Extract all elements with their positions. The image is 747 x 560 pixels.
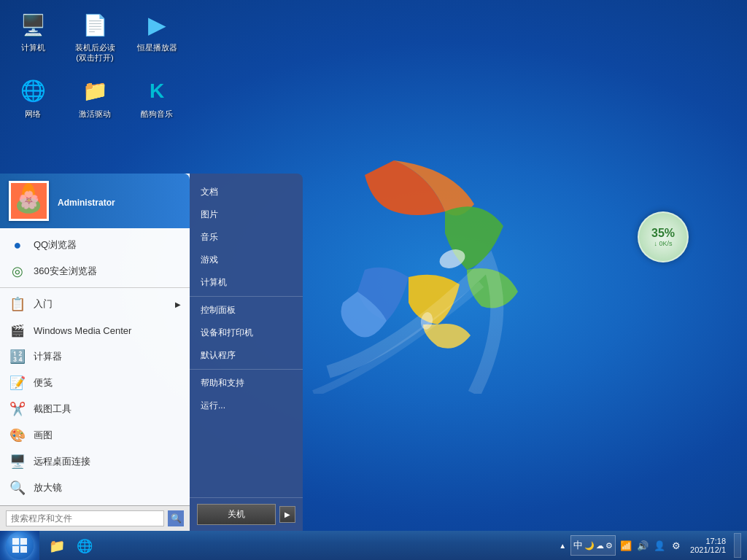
right-item-control-panel[interactable]: 控制面板 [190, 299, 303, 322]
snipping-label: 截图工具 [34, 402, 71, 416]
getting-started-icon: 📋 [9, 295, 26, 313]
activate-label: 激活驱动 [79, 109, 111, 119]
default-programs-label: 默认程序 [201, 349, 236, 362]
desktop-icon-qqmusic[interactable]: K 酷狗音乐 [131, 74, 182, 122]
network-label: 网络 [25, 109, 41, 119]
devices-label: 设备和打印机 [201, 327, 253, 339]
icon-row-1: 🖥️ 计算机 📄 装机后必读(双击打开) ▶ 恒星播放器 [7, 7, 182, 66]
right-item-pictures[interactable]: 图片 [190, 203, 303, 226]
right-item-music[interactable]: 音乐 [190, 226, 303, 249]
calculator-label: 计算器 [34, 350, 62, 363]
right-item-default-programs[interactable]: 默认程序 [190, 344, 303, 367]
control-panel-label: 控制面板 [201, 304, 236, 316]
start-menu-left-panel: 🌸 Administrator ● QQ浏览器 ◎ 360安全浏览器 📋 [0, 174, 190, 531]
activate-icon: 📁 [80, 77, 109, 106]
desktop-icon-computer[interactable]: 🖥️ 计算机 [7, 7, 58, 66]
menu-item-snipping[interactable]: ✂️ 截图工具 [0, 396, 190, 422]
menu-item-paint[interactable]: 🎨 画图 [0, 422, 190, 448]
speed-widget: 35% ↓ 0K/s [638, 211, 689, 262]
snipping-icon: ✂️ [9, 400, 26, 418]
ime-bar[interactable]: 中 🌙 ☁ ⚙ [570, 535, 616, 556]
speed-rate: ↓ 0K/s [654, 240, 672, 247]
tray-network-icon[interactable]: 📶 [619, 538, 633, 553]
right-item-games[interactable]: 游戏 [190, 249, 303, 271]
menu-item-qq-browser[interactable]: ● QQ浏览器 [0, 232, 190, 258]
tray-icons: 📶 🔊 👤 ⚙ [619, 538, 684, 553]
360-browser-icon: ◎ [9, 262, 26, 280]
username-display: Administrator [58, 198, 115, 208]
desktop-icon-hengxing[interactable]: ▶ 恒星播放器 [131, 7, 182, 66]
search-button[interactable]: 🔍 [168, 510, 184, 526]
shutdown-arrow-button[interactable]: ▶ [279, 506, 295, 523]
menu-divider-1 [0, 287, 190, 288]
user-avatar: 🌸 [9, 181, 49, 221]
shutdown-button[interactable]: 关机 [197, 504, 276, 525]
tray-settings-icon[interactable]: ⚙ [669, 538, 684, 553]
right-item-help[interactable]: 帮助和支持 [190, 372, 303, 394]
start-orb [6, 532, 34, 559]
taskbar-item-ie[interactable]: 🌐 [71, 533, 97, 558]
paint-icon: 🎨 [9, 427, 26, 444]
menu-items-list: ● QQ浏览器 ◎ 360安全浏览器 📋 入门 ▶ 🎬 Windows Medi… [0, 228, 190, 505]
tray-user-icon[interactable]: 👤 [652, 538, 667, 553]
menu-search-bar: 🔍 [0, 505, 190, 531]
search-input[interactable] [6, 510, 164, 526]
help-label: 帮助和支持 [201, 377, 244, 389]
clock-time: 17:18 [705, 537, 726, 545]
calculator-icon: 🔢 [9, 348, 26, 365]
svg-text:🌸: 🌸 [18, 190, 39, 210]
qqmusic-icon: K [142, 77, 171, 106]
menu-item-360-browser[interactable]: ◎ 360安全浏览器 [0, 258, 190, 284]
start-button[interactable] [0, 531, 39, 560]
taskbar-item-explorer[interactable]: 📁 [43, 533, 69, 558]
sticky-label: 便笺 [34, 376, 53, 389]
right-item-run[interactable]: 运行... [190, 394, 303, 417]
menu-item-remote[interactable]: 🖥️ 远程桌面连接 [0, 448, 190, 475]
menu-item-sticky[interactable]: 📝 便笺 [0, 370, 190, 396]
games-label: 游戏 [201, 254, 218, 266]
ime-settings-icon: ⚙ [605, 541, 613, 551]
menu-item-getting-started[interactable]: 📋 入门 ▶ [0, 291, 190, 317]
desktop-icon-postinstall[interactable]: 📄 装机后必读(双击打开) [69, 7, 120, 66]
magnifier-label: 放大镜 [34, 481, 62, 494]
speed-percent: 35% [651, 227, 675, 240]
hengxing-label: 恒星播放器 [137, 42, 177, 52]
right-divider-1 [190, 296, 303, 297]
ie-taskbar-icon: 🌐 [77, 538, 91, 553]
qq-browser-label: QQ浏览器 [34, 238, 77, 252]
right-item-documents[interactable]: 文档 [190, 181, 303, 203]
tray-volume-icon[interactable]: 🔊 [635, 538, 650, 553]
menu-item-calculator[interactable]: 🔢 计算器 [0, 343, 190, 370]
qqmusic-label: 酷狗音乐 [141, 109, 173, 119]
show-desktop-button[interactable] [734, 533, 741, 558]
right-item-computer[interactable]: 计算机 [190, 271, 303, 294]
computer-icon: 🖥️ [18, 10, 47, 39]
run-label: 运行... [201, 400, 225, 412]
sticky-icon: 📝 [9, 374, 26, 392]
magnifier-icon: 🔍 [9, 479, 26, 497]
notification-arrow[interactable]: ▲ [557, 540, 568, 551]
desktop: 🖥️ 计算机 📄 装机后必读(双击打开) ▶ 恒星播放器 🌐 网络 📁 激活驱动 [0, 0, 747, 560]
360-browser-label: 360安全浏览器 [34, 265, 97, 278]
taskbar-items: 📁 🌐 [39, 533, 551, 558]
getting-started-arrow: ▶ [175, 300, 181, 308]
computer-label: 计算机 [21, 42, 45, 52]
hengxing-icon: ▶ [142, 10, 171, 39]
desktop-icon-activate[interactable]: 📁 激活驱动 [69, 74, 120, 122]
system-tray: ▲ 中 🌙 ☁ ⚙ 📶 🔊 👤 ⚙ 17:18 2021/12/1 [551, 533, 747, 558]
postinstall-icon: 📄 [80, 10, 109, 39]
right-item-devices[interactable]: 设备和打印机 [190, 322, 303, 344]
menu-item-magnifier[interactable]: 🔍 放大镜 [0, 475, 190, 501]
qq-browser-icon: ● [9, 236, 26, 254]
paint-label: 画图 [34, 429, 53, 442]
shutdown-section: 关机 ▶ [190, 497, 303, 531]
computer-r-label: 计算机 [201, 276, 227, 289]
remote-label: 远程桌面连接 [34, 455, 90, 468]
ime-moon-icon: 🌙 [584, 541, 595, 551]
clock[interactable]: 17:18 2021/12/1 [686, 537, 729, 554]
desktop-icon-network[interactable]: 🌐 网络 [7, 74, 58, 122]
music-label: 音乐 [201, 231, 218, 244]
ime-indicator: 中 [573, 539, 583, 552]
menu-item-wmc[interactable]: 🎬 Windows Media Center [0, 317, 190, 343]
ime-cloud-icon: ☁ [596, 541, 604, 551]
